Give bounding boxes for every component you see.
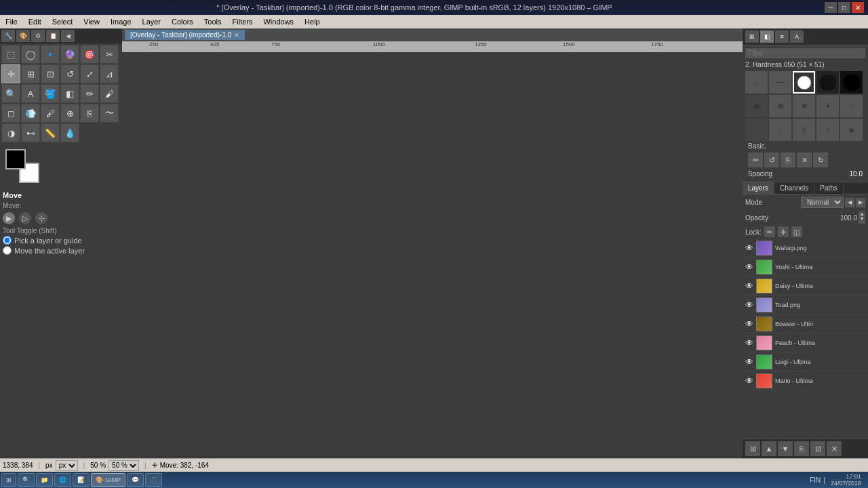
tool-text[interactable]: A (21, 84, 40, 103)
panel-btn-3[interactable]: ≡ (775, 30, 789, 43)
brush-reset-btn[interactable]: ↻ (813, 152, 828, 167)
taskbar-search[interactable]: 🔍 (18, 473, 35, 487)
delete-layer-btn[interactable]: ✕ (827, 441, 842, 456)
tool-color-picker[interactable]: 💧 (60, 123, 79, 142)
menu-view[interactable]: View (78, 15, 105, 28)
brush-splatter-2[interactable]: ❋ (793, 95, 815, 117)
lock-pixels-btn[interactable]: ✏ (764, 226, 775, 237)
tool-move[interactable]: ✛ (1, 64, 20, 83)
opacity-down[interactable]: ▼ (859, 216, 865, 221)
tool-select-by-color[interactable]: 🎯 (80, 45, 99, 64)
tool-brush[interactable]: 🖌 (100, 84, 119, 103)
brush-line-h[interactable]: ─ (769, 71, 791, 94)
panel-btn-4[interactable]: A (790, 30, 804, 43)
start-button[interactable]: ⊞ (1, 473, 16, 487)
taskbar-gimp-app[interactable]: 🎨 GIMP (91, 473, 125, 487)
layer-mario[interactable]: 👁 Mario - Ultima (743, 371, 868, 390)
minimize-button[interactable]: ─ (825, 2, 837, 13)
tab-layers[interactable]: Layers (743, 182, 774, 194)
brush-filter-bar[interactable] (745, 48, 865, 58)
layer-yoshi[interactable]: 👁 Yoshi - Ultima (743, 258, 868, 277)
raise-layer-btn[interactable]: ▲ (762, 441, 776, 456)
brush-circle-large[interactable] (816, 71, 839, 94)
tool-ellipse-select[interactable]: ◯ (21, 45, 40, 64)
tool-smudge[interactable]: 〜 (100, 104, 119, 123)
layer-luigi[interactable]: 👁 Luigi - Ultima (743, 352, 868, 371)
tool-scissors[interactable]: ✂ (100, 45, 119, 64)
tool-crop[interactable]: ⊡ (41, 64, 60, 83)
mode-prev-btn[interactable]: ◀ (845, 198, 854, 207)
eye-toad[interactable]: 👁 (745, 300, 753, 310)
maximize-button[interactable]: □ (838, 2, 850, 13)
eye-peach[interactable]: 👁 (745, 338, 753, 348)
lower-layer-btn[interactable]: ▼ (778, 441, 793, 456)
brush-splatter-3[interactable]: ✦ (816, 95, 839, 117)
canvas-tab-close[interactable]: ✕ (234, 32, 239, 39)
brush-splatter-1[interactable]: ✿ (769, 95, 791, 117)
tool-pencil[interactable]: ✏ (80, 84, 99, 103)
menu-edit[interactable]: Edit (23, 15, 47, 28)
move-mode-layer-icon[interactable]: ▷ (19, 212, 31, 224)
brush-circle-xl[interactable] (840, 71, 863, 94)
tool-free-select[interactable]: 🔹 (41, 45, 60, 64)
tool-tab-expand[interactable]: ◀ (61, 30, 75, 42)
tool-tab-4[interactable]: 📋 (46, 30, 60, 42)
tool-tab-3[interactable]: ⚙ (31, 30, 45, 42)
tool-heal[interactable]: ⊕ (60, 104, 79, 123)
brush-texture-1[interactable]: ⣿ (793, 119, 815, 141)
eye-luigi[interactable]: 👁 (745, 357, 753, 367)
tool-shear[interactable]: ⊿ (100, 64, 119, 83)
move-mode-path-icon[interactable]: ⊹ (35, 212, 47, 224)
move-active-option[interactable]: Move the active layer (3, 246, 119, 255)
fg-bg-colors[interactable] (5, 149, 39, 183)
taskbar-browser[interactable]: 🌐 (54, 473, 71, 487)
merge-layer-btn[interactable]: ⊟ (810, 441, 825, 456)
tool-fuzzy-select[interactable]: 🔮 (60, 45, 79, 64)
tool-clone[interactable]: ⎘ (80, 104, 99, 123)
layer-waluigi[interactable]: 👁 Waluigi.png (743, 239, 868, 258)
layer-daisy[interactable]: 👁 Daisy - Ultima (743, 277, 868, 296)
menu-colors[interactable]: Colors (166, 15, 199, 28)
menu-file[interactable]: File (0, 15, 23, 28)
eye-mario[interactable]: 👁 (745, 376, 753, 386)
new-layer-group-btn[interactable]: ⊞ (745, 441, 760, 456)
tool-path[interactable]: ⊷ (21, 123, 40, 142)
brush-noise[interactable]: ∷ (840, 95, 863, 117)
brush-delete-btn[interactable]: ✕ (797, 152, 812, 167)
menu-select[interactable]: Select (47, 15, 79, 28)
tool-ink[interactable]: 🖋 (41, 104, 60, 123)
brush-texture-3[interactable]: ◉ (840, 119, 863, 141)
tool-eraser[interactable]: ◻ (1, 104, 20, 123)
brush-texture-2[interactable]: ⠿ (816, 119, 839, 141)
brush-filter-input[interactable] (748, 49, 863, 57)
tool-zoom[interactable]: 🔍 (1, 84, 20, 103)
duplicate-layer-btn[interactable]: ⎘ (794, 441, 809, 456)
panel-btn-1[interactable]: ⊞ (745, 30, 759, 43)
menu-help[interactable]: Help (299, 15, 326, 28)
tool-measure[interactable]: 📏 (41, 123, 60, 142)
tool-rect-select[interactable]: ⬚ (1, 45, 20, 64)
menu-image[interactable]: Image (105, 15, 137, 28)
menu-filters[interactable]: Filters (227, 15, 258, 28)
close-button[interactable]: ✕ (852, 2, 864, 13)
brush-grain-1[interactable]: ⁚ (745, 119, 768, 141)
tool-align[interactable]: ⊞ (21, 64, 40, 83)
move-mode-icon[interactable]: ▶ (3, 212, 15, 224)
lock-position-btn[interactable]: ✛ (778, 226, 789, 237)
tool-scale[interactable]: ⤢ (80, 64, 99, 83)
pick-layer-option[interactable]: Pick a layer or guide (3, 236, 119, 245)
brush-refresh-btn[interactable]: ↺ (764, 152, 779, 167)
zoom-select[interactable]: 50 % (108, 460, 139, 471)
tab-channels[interactable]: Channels (774, 182, 814, 194)
layer-bowser[interactable]: 👁 Bowser - Ultin (743, 314, 868, 333)
brush-duplicate-btn[interactable]: ⎘ (781, 152, 795, 167)
unit-select[interactable]: px (56, 460, 78, 471)
eye-yoshi[interactable]: 👁 (745, 262, 753, 272)
brush-edit-btn[interactable]: ✏ (748, 152, 763, 167)
tool-blend[interactable]: ◧ (60, 84, 79, 103)
opacity-up[interactable]: ▲ (859, 211, 865, 216)
mode-next-btn[interactable]: ▶ (856, 198, 865, 207)
eye-daisy[interactable]: 👁 (745, 281, 753, 291)
tool-rotate[interactable]: ↺ (60, 64, 79, 83)
lock-alpha-btn[interactable]: ◫ (791, 226, 802, 237)
